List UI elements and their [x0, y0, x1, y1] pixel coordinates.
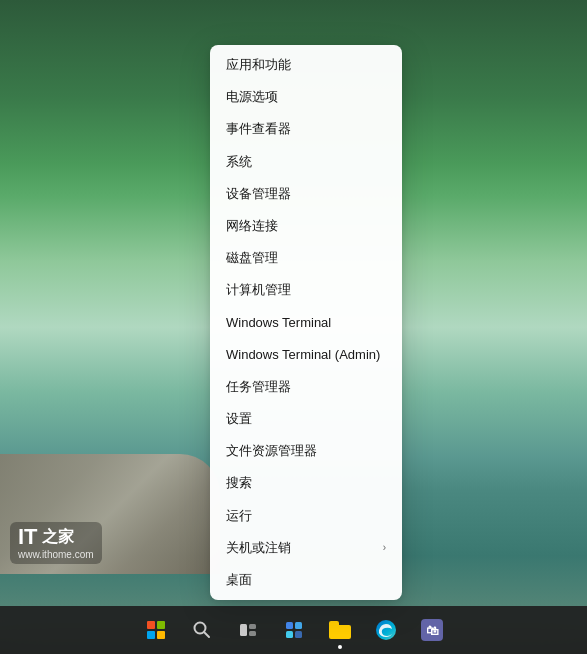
menu-item-windows-terminal-label: Windows Terminal — [226, 314, 331, 332]
menu-item-device-manager-label: 设备管理器 — [226, 185, 291, 203]
menu-item-disk-management-label: 磁盘管理 — [226, 249, 278, 267]
taskview-icon — [238, 620, 258, 640]
svg-rect-6 — [295, 622, 302, 629]
folder-body — [329, 625, 351, 639]
menu-item-desktop[interactable]: 桌面 — [210, 564, 402, 596]
menu-item-system[interactable]: 系统 — [210, 146, 402, 178]
menu-item-power-options-label: 电源选项 — [226, 88, 278, 106]
menu-item-task-manager[interactable]: 任务管理器 — [210, 371, 402, 403]
win-logo-q3 — [147, 631, 155, 639]
menu-item-system-label: 系统 — [226, 153, 252, 171]
taskbar-edge-button[interactable] — [364, 608, 408, 652]
menu-item-apps-features-label: 应用和功能 — [226, 56, 291, 74]
taskbar-taskview-button[interactable] — [226, 608, 270, 652]
menu-item-file-explorer-label: 文件资源管理器 — [226, 442, 317, 460]
menu-item-event-viewer[interactable]: 事件查看器 — [210, 113, 402, 145]
menu-item-desktop-label: 桌面 — [226, 571, 252, 589]
menu-item-search-label: 搜索 — [226, 474, 252, 492]
store-icon: 🛍 — [421, 619, 443, 641]
menu-item-shutdown-signout[interactable]: 关机或注销 › — [210, 532, 402, 564]
watermark-zh: 之家 — [42, 527, 74, 548]
folder-icon — [329, 621, 351, 639]
taskbar-fileexplorer-button[interactable] — [318, 608, 362, 652]
menu-item-settings[interactable]: 设置 — [210, 403, 402, 435]
svg-text:🛍: 🛍 — [425, 623, 438, 638]
taskbar-active-dot — [338, 645, 342, 649]
context-menu: 应用和功能 电源选项 事件查看器 系统 设备管理器 网络连接 磁盘管理 计算机管… — [210, 45, 402, 600]
svg-rect-7 — [286, 631, 293, 638]
svg-rect-8 — [295, 631, 302, 638]
win-logo-q2 — [157, 621, 165, 629]
menu-item-file-explorer[interactable]: 文件资源管理器 — [210, 435, 402, 467]
widgets-icon — [284, 620, 304, 640]
menu-item-settings-label: 设置 — [226, 410, 252, 428]
win-logo-q4 — [157, 631, 165, 639]
menu-item-task-manager-label: 任务管理器 — [226, 378, 291, 396]
menu-item-network-connections-label: 网络连接 — [226, 217, 278, 235]
menu-item-run[interactable]: 运行 — [210, 500, 402, 532]
taskbar-store-button[interactable]: 🛍 — [410, 608, 454, 652]
menu-item-computer-management[interactable]: 计算机管理 — [210, 274, 402, 306]
menu-item-event-viewer-label: 事件查看器 — [226, 120, 291, 138]
taskbar: 🛍 — [0, 606, 587, 654]
menu-item-network-connections[interactable]: 网络连接 — [210, 210, 402, 242]
taskbar-icons: 🛍 — [134, 608, 454, 652]
taskbar-search-button[interactable] — [180, 608, 224, 652]
menu-item-search[interactable]: 搜索 — [210, 467, 402, 499]
svg-rect-5 — [286, 622, 293, 629]
watermark-it: IT — [18, 526, 38, 548]
watermark: IT 之家 www.ithome.com — [10, 522, 102, 564]
win-logo-q1 — [147, 621, 155, 629]
search-icon — [192, 620, 212, 640]
menu-item-apps-features[interactable]: 应用和功能 — [210, 49, 402, 81]
svg-rect-4 — [249, 631, 256, 636]
menu-item-computer-management-label: 计算机管理 — [226, 281, 291, 299]
svg-rect-3 — [249, 624, 256, 629]
menu-item-device-manager[interactable]: 设备管理器 — [210, 178, 402, 210]
svg-rect-2 — [240, 624, 247, 636]
taskbar-start-button[interactable] — [134, 608, 178, 652]
chevron-right-icon: › — [383, 541, 386, 555]
menu-item-windows-terminal-admin-label: Windows Terminal (Admin) — [226, 346, 380, 364]
menu-item-windows-terminal-admin[interactable]: Windows Terminal (Admin) — [210, 339, 402, 371]
menu-item-power-options[interactable]: 电源选项 — [210, 81, 402, 113]
menu-item-shutdown-signout-label: 关机或注销 — [226, 539, 291, 557]
menu-item-run-label: 运行 — [226, 507, 252, 525]
svg-line-1 — [204, 632, 209, 637]
taskbar-widgets-button[interactable] — [272, 608, 316, 652]
menu-item-windows-terminal[interactable]: Windows Terminal — [210, 307, 402, 339]
edge-icon — [375, 619, 397, 641]
watermark-url: www.ithome.com — [18, 549, 94, 560]
windows-logo-icon — [147, 621, 165, 639]
menu-item-disk-management[interactable]: 磁盘管理 — [210, 242, 402, 274]
